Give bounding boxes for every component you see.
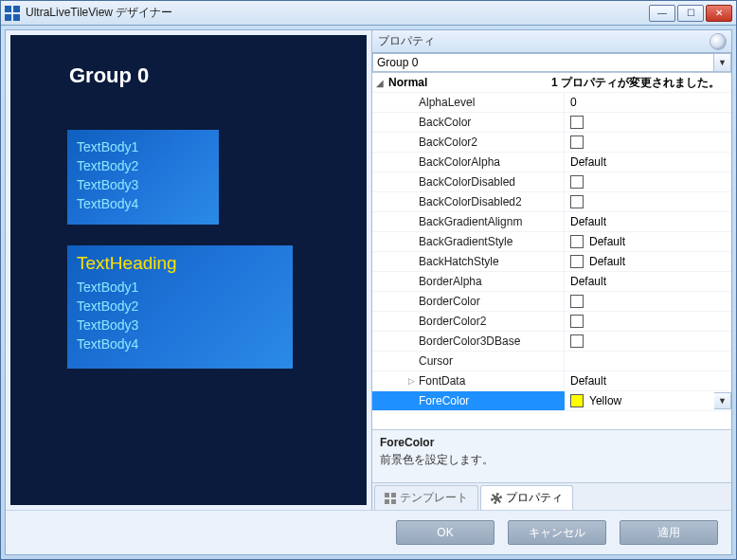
- window-buttons: — ☐ ✕: [649, 5, 732, 22]
- property-value-text: Default: [570, 275, 606, 288]
- description-body: 前景色を設定します。: [380, 452, 724, 468]
- property-value[interactable]: [564, 352, 731, 370]
- color-swatch: [570, 235, 584, 248]
- property-row[interactable]: ForeColorYellow▼: [372, 391, 731, 411]
- property-name: BackColorDisabled2: [419, 195, 564, 208]
- property-row[interactable]: Cursor: [372, 352, 731, 371]
- property-name: BackGradientStyle: [419, 235, 564, 248]
- property-row[interactable]: BackColorDisabled: [372, 172, 731, 192]
- property-value-text: Default: [570, 215, 606, 228]
- property-value-text: 0: [570, 96, 577, 109]
- property-value[interactable]: 0: [564, 93, 731, 112]
- property-value-text: Default: [570, 374, 606, 388]
- magnify-icon[interactable]: [710, 34, 726, 49]
- property-value[interactable]: [564, 133, 731, 152]
- color-swatch: [570, 175, 584, 189]
- property-value[interactable]: Default: [564, 153, 731, 172]
- property-name: BorderColor3DBase: [419, 334, 564, 348]
- tile-text-line: TextBody4: [77, 194, 209, 213]
- property-name: BorderAlpha: [419, 275, 564, 288]
- property-row[interactable]: BorderAlphaDefault: [372, 272, 731, 292]
- tile-text-line: TextBody4: [77, 334, 283, 353]
- apply-button[interactable]: 適用: [620, 520, 718, 545]
- property-value[interactable]: Default: [564, 212, 731, 231]
- tab-label: プロパティ: [506, 490, 563, 506]
- property-row[interactable]: BackGradientStyleDefault: [372, 232, 731, 252]
- titlebar[interactable]: UltraLiveTileView デザイナー — ☐ ✕: [1, 1, 736, 26]
- tile-text-line: TextBody2: [77, 156, 209, 175]
- app-icon: [5, 6, 20, 21]
- property-row[interactable]: BorderColor2: [372, 312, 731, 332]
- property-row[interactable]: BackHatchStyleDefault: [372, 252, 731, 272]
- cancel-button[interactable]: キャンセル: [508, 520, 606, 545]
- tile-preview[interactable]: Group 0 TextBody1 TextBody2 TextBody3 Te…: [10, 35, 367, 505]
- collapse-icon[interactable]: ◢: [372, 78, 386, 88]
- gear-icon: [491, 493, 502, 504]
- designer-window: UltraLiveTileView デザイナー — ☐ ✕ Group 0 Te…: [0, 0, 737, 560]
- category-name: Normal: [386, 76, 548, 89]
- property-row[interactable]: BackColorAlphaDefault: [372, 153, 731, 172]
- property-value[interactable]: [564, 292, 731, 311]
- property-row[interactable]: BorderColor3DBase: [372, 332, 731, 352]
- color-swatch: [570, 315, 584, 328]
- property-panel-title: プロパティ: [378, 33, 435, 49]
- category-row[interactable]: ◢ Normal 1 プロパティが変更されました。: [372, 73, 731, 93]
- expand-icon[interactable]: ▷: [404, 376, 419, 386]
- window-title: UltraLiveTileView デザイナー: [26, 5, 649, 21]
- tile-small[interactable]: TextBody1 TextBody2 TextBody3 TextBody4: [67, 130, 219, 225]
- property-name: BackColorDisabled: [419, 175, 564, 189]
- property-object-select[interactable]: [372, 53, 714, 72]
- property-value[interactable]: Default: [564, 232, 731, 251]
- property-value[interactable]: Default: [564, 252, 731, 271]
- ok-button[interactable]: OK: [396, 520, 494, 545]
- tile-text-line: TextBody1: [77, 137, 209, 156]
- color-swatch: [570, 195, 584, 208]
- tile-text-line: TextBody2: [77, 297, 283, 316]
- dropdown-icon[interactable]: ▼: [714, 392, 731, 409]
- maximize-button[interactable]: ☐: [677, 5, 704, 22]
- property-row[interactable]: BackColorDisabled2: [372, 192, 731, 212]
- property-name: AlphaLevel: [419, 96, 564, 109]
- client-area: Group 0 TextBody1 TextBody2 TextBody3 Te…: [5, 29, 732, 555]
- property-name: BackColor2: [419, 135, 564, 149]
- close-button[interactable]: ✕: [706, 5, 732, 22]
- color-swatch: [570, 116, 584, 129]
- dropdown-icon[interactable]: ▼: [714, 53, 731, 72]
- property-value[interactable]: Yellow▼: [564, 391, 731, 410]
- tile-text-line: TextBody3: [77, 175, 209, 194]
- property-row[interactable]: BackColor2: [372, 133, 731, 153]
- bottom-tabs: テンプレート プロパティ: [372, 482, 731, 510]
- property-row[interactable]: ▷FontDataDefault: [372, 371, 731, 391]
- tab-property[interactable]: プロパティ: [480, 485, 573, 510]
- property-value[interactable]: Default: [564, 371, 731, 390]
- tile-wide[interactable]: TextHeading TextBody1 TextBody2 TextBody…: [67, 245, 293, 369]
- color-swatch: [570, 295, 584, 308]
- property-row[interactable]: BackColor: [372, 113, 731, 133]
- tile-text-line: TextBody3: [77, 316, 283, 334]
- property-description: ForeColor 前景色を設定します。: [372, 429, 731, 482]
- property-grid[interactable]: ◢ Normal 1 プロパティが変更されました。 AlphaLevel0Bac…: [372, 73, 731, 429]
- property-value[interactable]: [564, 172, 731, 191]
- property-value[interactable]: Default: [564, 272, 731, 291]
- tab-template[interactable]: テンプレート: [374, 485, 478, 510]
- property-selector: ▼: [372, 53, 731, 73]
- property-row[interactable]: AlphaLevel0: [372, 93, 731, 113]
- property-value[interactable]: [564, 332, 731, 351]
- property-name: BackColorAlpha: [419, 155, 564, 169]
- property-row[interactable]: BackGradientAlignmDefault: [372, 212, 731, 232]
- color-swatch: [570, 255, 584, 268]
- property-value-text: Default: [589, 255, 625, 268]
- property-name: Cursor: [419, 354, 564, 368]
- property-name: BackGradientAlignm: [419, 215, 564, 228]
- category-status: 1 プロパティが変更されました。: [548, 75, 731, 91]
- tab-label: テンプレート: [400, 490, 468, 506]
- property-value[interactable]: [564, 312, 731, 331]
- minimize-button[interactable]: —: [649, 5, 675, 22]
- property-value-text: Default: [570, 155, 606, 169]
- property-value[interactable]: [564, 192, 731, 211]
- property-value[interactable]: [564, 113, 731, 132]
- property-row[interactable]: BorderColor: [372, 292, 731, 312]
- property-name: BorderColor2: [419, 315, 564, 328]
- main-area: Group 0 TextBody1 TextBody2 TextBody3 Te…: [6, 30, 731, 510]
- property-name: BackColor: [419, 116, 564, 129]
